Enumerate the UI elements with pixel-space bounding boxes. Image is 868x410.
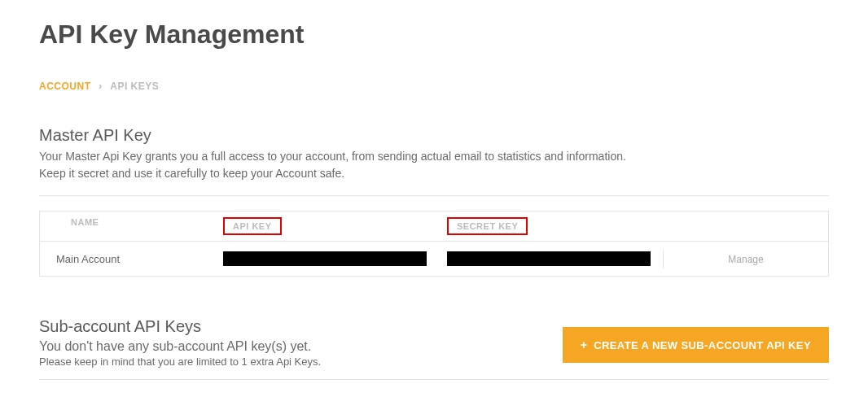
row-action: Manage [663,250,828,268]
row-secret-key [439,248,663,269]
secret-key-redacted [447,251,651,266]
master-desc-line1: Your Master Api Key grants you a full ac… [39,150,626,163]
master-desc-line2: Keep it secret and use it carefully to k… [39,167,344,180]
col-header-api-key: API KEY [215,217,439,235]
create-sub-account-api-key-button[interactable]: + CREATE A NEW SUB-ACCOUNT API KEY [563,327,829,363]
col-header-name: NAME [40,217,215,235]
master-section-desc: Your Master Api Key grants you a full ac… [39,148,829,182]
breadcrumb-current: API KEYS [110,81,159,92]
divider [39,195,829,196]
row-api-key [215,248,439,269]
create-btn-label: CREATE A NEW SUB-ACCOUNT API KEY [594,339,811,351]
page-title: API Key Management [39,20,829,50]
api-keys-table: NAME API KEY SECRET KEY Main Account Man… [39,211,829,277]
breadcrumb: ACCOUNT › API KEYS [39,81,829,92]
sub-section-title: Sub-account API Keys [39,317,563,336]
master-section-title: Master API Key [39,126,829,145]
table-row: Main Account Manage [40,242,828,276]
sub-empty-msg: You don't have any sub-account API key(s… [39,339,563,354]
api-key-redacted [223,251,427,266]
divider [39,379,829,380]
plus-icon: + [581,338,588,351]
manage-link[interactable]: Manage [728,254,763,265]
col-header-secret-key: SECRET KEY [439,217,663,235]
row-name: Main Account [40,250,215,268]
sub-limit-note: Please keep in mind that you are limited… [39,355,563,368]
breadcrumb-account-link[interactable]: ACCOUNT [39,81,91,92]
breadcrumb-separator: › [99,81,103,92]
table-header-row: NAME API KEY SECRET KEY [40,212,828,242]
